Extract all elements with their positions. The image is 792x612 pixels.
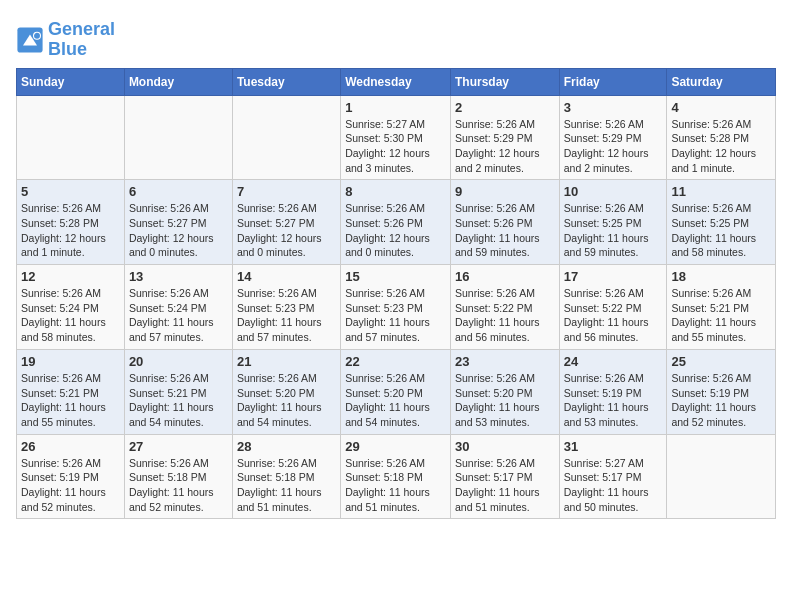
- day-number: 27: [129, 439, 228, 454]
- calendar-cell: [232, 95, 340, 180]
- calendar-cell: 23Sunrise: 5:26 AM Sunset: 5:20 PM Dayli…: [450, 349, 559, 434]
- day-info: Sunrise: 5:26 AM Sunset: 5:29 PM Dayligh…: [564, 117, 663, 176]
- day-info: Sunrise: 5:26 AM Sunset: 5:19 PM Dayligh…: [671, 371, 771, 430]
- calendar-cell: [667, 434, 776, 519]
- calendar-cell: 22Sunrise: 5:26 AM Sunset: 5:20 PM Dayli…: [341, 349, 451, 434]
- day-number: 25: [671, 354, 771, 369]
- day-number: 8: [345, 184, 446, 199]
- calendar-week-row: 1Sunrise: 5:27 AM Sunset: 5:30 PM Daylig…: [17, 95, 776, 180]
- logo: General Blue: [16, 20, 115, 60]
- day-info: Sunrise: 5:26 AM Sunset: 5:20 PM Dayligh…: [345, 371, 446, 430]
- day-info: Sunrise: 5:26 AM Sunset: 5:17 PM Dayligh…: [455, 456, 555, 515]
- day-info: Sunrise: 5:26 AM Sunset: 5:22 PM Dayligh…: [455, 286, 555, 345]
- weekday-header-thursday: Thursday: [450, 68, 559, 95]
- weekday-header-saturday: Saturday: [667, 68, 776, 95]
- calendar-cell: 18Sunrise: 5:26 AM Sunset: 5:21 PM Dayli…: [667, 265, 776, 350]
- day-info: Sunrise: 5:27 AM Sunset: 5:17 PM Dayligh…: [564, 456, 663, 515]
- day-number: 12: [21, 269, 120, 284]
- day-info: Sunrise: 5:26 AM Sunset: 5:20 PM Dayligh…: [455, 371, 555, 430]
- day-number: 1: [345, 100, 446, 115]
- calendar-week-row: 5Sunrise: 5:26 AM Sunset: 5:28 PM Daylig…: [17, 180, 776, 265]
- day-number: 9: [455, 184, 555, 199]
- day-info: Sunrise: 5:26 AM Sunset: 5:27 PM Dayligh…: [237, 201, 336, 260]
- calendar-cell: 16Sunrise: 5:26 AM Sunset: 5:22 PM Dayli…: [450, 265, 559, 350]
- day-info: Sunrise: 5:26 AM Sunset: 5:27 PM Dayligh…: [129, 201, 228, 260]
- day-number: 31: [564, 439, 663, 454]
- day-info: Sunrise: 5:26 AM Sunset: 5:22 PM Dayligh…: [564, 286, 663, 345]
- day-info: Sunrise: 5:26 AM Sunset: 5:26 PM Dayligh…: [455, 201, 555, 260]
- day-info: Sunrise: 5:26 AM Sunset: 5:21 PM Dayligh…: [21, 371, 120, 430]
- calendar-cell: 14Sunrise: 5:26 AM Sunset: 5:23 PM Dayli…: [232, 265, 340, 350]
- calendar-cell: 20Sunrise: 5:26 AM Sunset: 5:21 PM Dayli…: [124, 349, 232, 434]
- day-number: 20: [129, 354, 228, 369]
- day-info: Sunrise: 5:27 AM Sunset: 5:30 PM Dayligh…: [345, 117, 446, 176]
- weekday-header-row: SundayMondayTuesdayWednesdayThursdayFrid…: [17, 68, 776, 95]
- calendar-cell: 15Sunrise: 5:26 AM Sunset: 5:23 PM Dayli…: [341, 265, 451, 350]
- day-info: Sunrise: 5:26 AM Sunset: 5:28 PM Dayligh…: [671, 117, 771, 176]
- header: General Blue: [16, 16, 776, 60]
- day-info: Sunrise: 5:26 AM Sunset: 5:25 PM Dayligh…: [564, 201, 663, 260]
- day-info: Sunrise: 5:26 AM Sunset: 5:18 PM Dayligh…: [129, 456, 228, 515]
- day-info: Sunrise: 5:26 AM Sunset: 5:23 PM Dayligh…: [345, 286, 446, 345]
- calendar-cell: 21Sunrise: 5:26 AM Sunset: 5:20 PM Dayli…: [232, 349, 340, 434]
- logo-icon: [16, 26, 44, 54]
- day-number: 14: [237, 269, 336, 284]
- calendar-cell: 6Sunrise: 5:26 AM Sunset: 5:27 PM Daylig…: [124, 180, 232, 265]
- calendar-cell: 12Sunrise: 5:26 AM Sunset: 5:24 PM Dayli…: [17, 265, 125, 350]
- day-number: 17: [564, 269, 663, 284]
- day-info: Sunrise: 5:26 AM Sunset: 5:21 PM Dayligh…: [671, 286, 771, 345]
- calendar-cell: 4Sunrise: 5:26 AM Sunset: 5:28 PM Daylig…: [667, 95, 776, 180]
- calendar-table: SundayMondayTuesdayWednesdayThursdayFrid…: [16, 68, 776, 520]
- day-number: 4: [671, 100, 771, 115]
- day-info: Sunrise: 5:26 AM Sunset: 5:26 PM Dayligh…: [345, 201, 446, 260]
- calendar-cell: 17Sunrise: 5:26 AM Sunset: 5:22 PM Dayli…: [559, 265, 667, 350]
- day-number: 16: [455, 269, 555, 284]
- calendar-cell: 2Sunrise: 5:26 AM Sunset: 5:29 PM Daylig…: [450, 95, 559, 180]
- day-number: 5: [21, 184, 120, 199]
- calendar-cell: 7Sunrise: 5:26 AM Sunset: 5:27 PM Daylig…: [232, 180, 340, 265]
- day-info: Sunrise: 5:26 AM Sunset: 5:18 PM Dayligh…: [345, 456, 446, 515]
- day-info: Sunrise: 5:26 AM Sunset: 5:20 PM Dayligh…: [237, 371, 336, 430]
- calendar-cell: 5Sunrise: 5:26 AM Sunset: 5:28 PM Daylig…: [17, 180, 125, 265]
- calendar-week-row: 19Sunrise: 5:26 AM Sunset: 5:21 PM Dayli…: [17, 349, 776, 434]
- day-info: Sunrise: 5:26 AM Sunset: 5:18 PM Dayligh…: [237, 456, 336, 515]
- calendar-cell: 13Sunrise: 5:26 AM Sunset: 5:24 PM Dayli…: [124, 265, 232, 350]
- day-info: Sunrise: 5:26 AM Sunset: 5:19 PM Dayligh…: [21, 456, 120, 515]
- calendar-cell: 19Sunrise: 5:26 AM Sunset: 5:21 PM Dayli…: [17, 349, 125, 434]
- day-number: 15: [345, 269, 446, 284]
- day-number: 7: [237, 184, 336, 199]
- day-number: 23: [455, 354, 555, 369]
- calendar-cell: [17, 95, 125, 180]
- calendar-cell: [124, 95, 232, 180]
- calendar-cell: 27Sunrise: 5:26 AM Sunset: 5:18 PM Dayli…: [124, 434, 232, 519]
- day-number: 26: [21, 439, 120, 454]
- day-number: 24: [564, 354, 663, 369]
- day-info: Sunrise: 5:26 AM Sunset: 5:19 PM Dayligh…: [564, 371, 663, 430]
- day-info: Sunrise: 5:26 AM Sunset: 5:24 PM Dayligh…: [21, 286, 120, 345]
- calendar-week-row: 26Sunrise: 5:26 AM Sunset: 5:19 PM Dayli…: [17, 434, 776, 519]
- calendar-cell: 25Sunrise: 5:26 AM Sunset: 5:19 PM Dayli…: [667, 349, 776, 434]
- logo-text: General Blue: [48, 20, 115, 60]
- day-number: 28: [237, 439, 336, 454]
- calendar-cell: 11Sunrise: 5:26 AM Sunset: 5:25 PM Dayli…: [667, 180, 776, 265]
- day-number: 2: [455, 100, 555, 115]
- day-number: 3: [564, 100, 663, 115]
- day-number: 30: [455, 439, 555, 454]
- weekday-header-tuesday: Tuesday: [232, 68, 340, 95]
- weekday-header-friday: Friday: [559, 68, 667, 95]
- calendar-cell: 1Sunrise: 5:27 AM Sunset: 5:30 PM Daylig…: [341, 95, 451, 180]
- calendar-cell: 9Sunrise: 5:26 AM Sunset: 5:26 PM Daylig…: [450, 180, 559, 265]
- calendar-cell: 24Sunrise: 5:26 AM Sunset: 5:19 PM Dayli…: [559, 349, 667, 434]
- calendar-cell: 31Sunrise: 5:27 AM Sunset: 5:17 PM Dayli…: [559, 434, 667, 519]
- day-number: 18: [671, 269, 771, 284]
- day-number: 6: [129, 184, 228, 199]
- calendar-cell: 3Sunrise: 5:26 AM Sunset: 5:29 PM Daylig…: [559, 95, 667, 180]
- day-info: Sunrise: 5:26 AM Sunset: 5:24 PM Dayligh…: [129, 286, 228, 345]
- calendar-week-row: 12Sunrise: 5:26 AM Sunset: 5:24 PM Dayli…: [17, 265, 776, 350]
- calendar-cell: 8Sunrise: 5:26 AM Sunset: 5:26 PM Daylig…: [341, 180, 451, 265]
- day-info: Sunrise: 5:26 AM Sunset: 5:28 PM Dayligh…: [21, 201, 120, 260]
- weekday-header-sunday: Sunday: [17, 68, 125, 95]
- calendar-cell: 30Sunrise: 5:26 AM Sunset: 5:17 PM Dayli…: [450, 434, 559, 519]
- day-number: 19: [21, 354, 120, 369]
- day-number: 29: [345, 439, 446, 454]
